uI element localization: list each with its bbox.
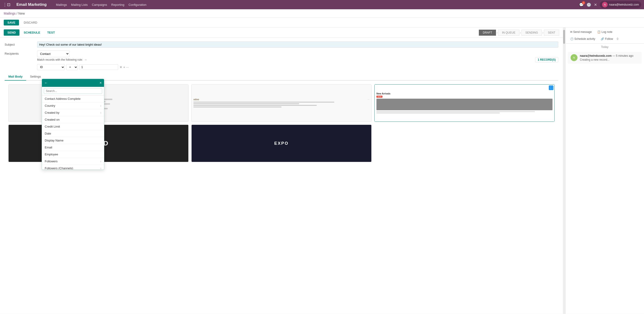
recipients-value: Contact Match records with the following… <box>37 50 558 70</box>
chatter-msg-text: Creating a new record... <box>580 58 639 61</box>
action-bar: SAVE DISCARD <box>0 18 644 28</box>
arrow-icon-3: › <box>542 31 544 34</box>
dropdown-item[interactable]: Country› <box>42 102 104 109</box>
schedule-activity-button[interactable]: 🕐 Schedule activity <box>568 36 597 42</box>
rule-row: ID = ✕ + ··· <box>37 64 558 70</box>
nav-links: Mailings Mailing Lists Campaigns Reporti… <box>56 3 146 6</box>
notification-icon[interactable]: 💬 1 <box>579 2 584 7</box>
dropdown-item[interactable]: Email <box>42 144 104 151</box>
chatter-author: naara@twinducedz.com <box>580 54 612 58</box>
template-expo[interactable]: EXPO <box>191 124 372 162</box>
status-sent[interactable]: SENT <box>544 30 559 36</box>
template-new-arrivals[interactable]: New Arrivals NEW ⛶ <box>374 84 554 122</box>
breadcrumb-parent[interactable]: Mailings <box>4 12 16 15</box>
log-note-button[interactable]: 📋 Log note <box>595 30 614 34</box>
na-line <box>376 112 500 114</box>
arrow-icon: › <box>496 31 498 34</box>
breadcrumb-current: New <box>18 12 25 15</box>
test-button[interactable]: TEST <box>44 30 58 36</box>
clock-icon[interactable]: 🕐 <box>586 2 591 7</box>
na-line <box>376 111 535 112</box>
dropdown-item[interactable]: Created on <box>42 116 104 123</box>
schedule-button[interactable]: SCHEDULE <box>21 30 43 36</box>
followers-count: 0 <box>617 37 618 40</box>
nav-reporting[interactable]: Reporting <box>111 3 124 6</box>
nav-right: 💬 1 🕐 ✕ N naara@twinducedz.com <box>579 1 641 8</box>
status-in-queue[interactable]: IN QUEUE <box>498 30 519 36</box>
scrollbar-track[interactable] <box>563 28 565 314</box>
avatar: N <box>602 2 608 8</box>
scrollbar-thumb <box>563 30 565 44</box>
dropdown-search-input[interactable] <box>44 88 102 94</box>
recipients-select-wrap: Contact <box>37 50 558 57</box>
rule-add-icon[interactable]: + <box>123 65 125 69</box>
nav-campaigns[interactable]: Campaigns <box>92 3 107 6</box>
subject-label: Subject <box>5 42 37 46</box>
dropdown-item[interactable]: Date <box>42 130 104 137</box>
rule-icons: ✕ + ··· <box>120 65 129 69</box>
rule-field-select[interactable]: ID <box>37 64 65 70</box>
discard-button[interactable]: DISCARD <box>21 20 40 26</box>
close-icon[interactable]: ✕ <box>594 2 597 7</box>
notif-count: 1 <box>582 1 585 4</box>
form-area: SEND SCHEDULE TEST DRAFT › IN QUEUE › SE… <box>0 28 563 314</box>
nav-mailings[interactable]: Mailings <box>56 3 67 6</box>
follow-button[interactable]: 🔗 Follow <box>599 36 615 42</box>
rule-delete-icon[interactable]: ✕ <box>120 65 122 69</box>
form-toolbar: SEND SCHEDULE TEST DRAFT › IN QUEUE › SE… <box>0 28 563 38</box>
template-new-arrivals-preview: New Arrivals NEW <box>374 84 554 122</box>
send-button[interactable]: SEND <box>4 30 20 36</box>
status-sending[interactable]: SENDING <box>522 30 542 36</box>
subject-row: Subject <box>5 42 558 48</box>
dropdown-search <box>42 87 104 96</box>
dropdown-item[interactable]: Followers› <box>42 158 104 165</box>
dropdown-item[interactable]: Display Name <box>42 137 104 144</box>
dropdown-item[interactable]: Created by› <box>42 109 104 116</box>
user-profile[interactable]: N naara@twinducedz.com <box>600 1 641 8</box>
chatter-msg-content: naara@twinducedz.com — 5 minutes ago Cre… <box>580 54 639 61</box>
dots-icon: ··· <box>368 98 370 101</box>
app-title: Email Marketing <box>16 2 46 7</box>
odoo-content <box>194 102 370 108</box>
nav-configuration[interactable]: Configuration <box>128 3 146 6</box>
rule-more-icon[interactable]: ··· <box>126 65 129 69</box>
rule-value-input[interactable] <box>79 64 118 70</box>
save-button[interactable]: SAVE <box>4 20 19 26</box>
status-draft[interactable]: DRAFT <box>479 30 496 36</box>
expo-text: EXPO <box>274 141 289 146</box>
template-expo-preview: EXPO <box>192 125 371 162</box>
dropdown-item[interactable]: Contact Address Complete <box>42 96 104 102</box>
dropdown-back-button[interactable]: ← <box>44 81 48 85</box>
rule-operator-select[interactable]: = <box>66 64 78 70</box>
dropdown-item[interactable]: Credit Limit <box>42 123 104 130</box>
match-rule-text: Match records with the following rule: →… <box>37 57 558 62</box>
breadcrumb-separator: / <box>16 12 18 15</box>
arrow-icon-2: › <box>520 31 521 34</box>
recipients-label: Recipients <box>5 50 37 55</box>
chatter-msg-header: naara@twinducedz.com — 5 minutes ago <box>580 54 639 58</box>
template-odoo-preview: odoo ··· <box>192 84 371 122</box>
template-expand-button[interactable]: ⛶ <box>549 86 554 90</box>
top-nav: ⋮⊡ Email Marketing Mailings Mailing List… <box>0 0 644 9</box>
recipients-select[interactable]: Contact <box>37 50 70 57</box>
odoo-line <box>194 105 317 106</box>
subject-value <box>37 42 558 48</box>
chatter-actions: ✉ Send message 📋 Log note 🕐 Schedule act… <box>566 28 644 44</box>
dropdown-item[interactable]: Followers (Channels)› <box>42 165 104 170</box>
dropdown-item[interactable]: Employee <box>42 151 104 158</box>
odoo-line <box>194 102 334 102</box>
dropdown-header: ← × <box>42 79 104 87</box>
status-pipeline: DRAFT › IN QUEUE › SENDING › SENT <box>479 30 559 36</box>
subject-input[interactable] <box>37 42 558 48</box>
tab-mail-body[interactable]: Mail Body <box>5 73 26 80</box>
send-message-button[interactable]: ✉ Send message <box>568 30 594 34</box>
grid-icon[interactable]: ⋮⊡ <box>3 2 10 7</box>
dropdown-close-button[interactable]: × <box>100 81 102 85</box>
chatter-time: — 5 minutes ago <box>612 54 633 58</box>
template-odoo[interactable]: odoo ··· <box>191 84 372 122</box>
chatter: ✉ Send message 📋 Log note 🕐 Schedule act… <box>565 28 644 314</box>
user-email: naara@twinducedz.com <box>609 3 639 6</box>
records-badge[interactable]: 1 RECORD(S) <box>535 57 558 62</box>
calendar-icon: 🕐 <box>570 37 574 40</box>
nav-mailing-lists[interactable]: Mailing Lists <box>71 3 88 6</box>
